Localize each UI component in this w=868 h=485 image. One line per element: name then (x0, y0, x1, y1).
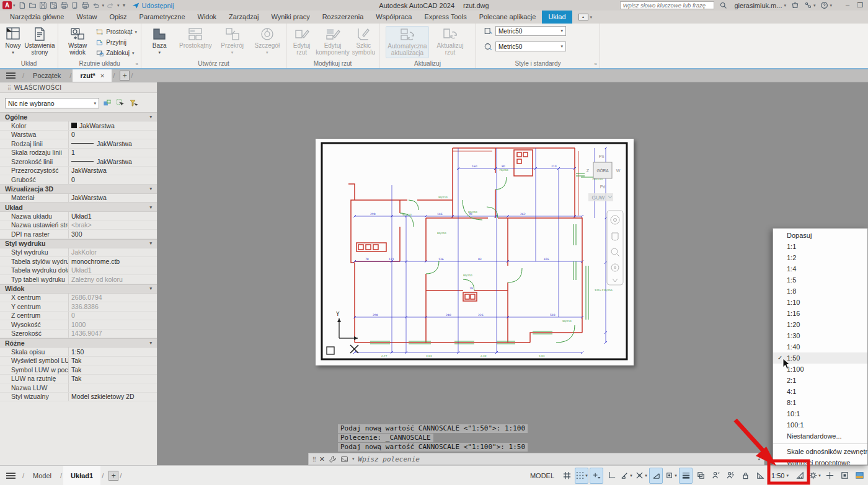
annotation-visibility-icon[interactable] (709, 468, 722, 484)
file-tabs-menu-icon[interactable] (0, 69, 21, 82)
section-collapse-icon[interactable]: ▾ (149, 286, 152, 291)
new-drawing-tab-button[interactable]: + (120, 71, 130, 81)
prop-value[interactable]: Zależny od koloru (68, 275, 157, 284)
ribbon-tab-uk-ad[interactable]: Układ (542, 11, 572, 24)
app-store-icon[interactable] (791, 1, 799, 9)
file-tab-start[interactable]: Początek (25, 69, 68, 82)
open-file-icon[interactable] (29, 1, 37, 9)
edit-view-button[interactable]: Edytuj rzut (290, 26, 313, 58)
prop-value[interactable]: Tak (68, 357, 157, 365)
drawing-canvas[interactable]: 2981469026216080210781211368347629824022… (157, 82, 868, 465)
prop-value[interactable]: Model szkieletowy 2D (68, 393, 157, 401)
connect-icon[interactable] (804, 1, 812, 9)
close-tab-icon[interactable]: × (100, 72, 104, 79)
transfer-icon[interactable] (71, 1, 79, 9)
prop-section-wizualizacja-3d[interactable]: Wizualizacja 3D▾ (0, 185, 157, 194)
symbol-sketch-button[interactable]: Szkic symbolu (352, 26, 375, 58)
polar-tracking-icon[interactable]: ▾ (619, 468, 633, 484)
ribbon-tab-widok[interactable]: Widok (192, 11, 223, 24)
ribbon-tab-parametryczne[interactable]: Parametryczne (133, 11, 192, 24)
scale-menu-item-1-4[interactable]: 1:4 (773, 263, 867, 274)
print-icon[interactable] (81, 1, 89, 9)
panel-launcher-icon[interactable]: » (595, 61, 597, 67)
scale-menu-item-1-10[interactable]: 1:10 (773, 297, 867, 308)
ribbon-tab-polecane-aplikacje[interactable]: Polecane aplikacje (473, 11, 542, 24)
new-layout-button[interactable]: Nowy▾ (4, 26, 22, 58)
layout1-tab[interactable]: Układ1 (63, 466, 100, 485)
scale-menu-item-1-100[interactable]: 1:100 (773, 364, 867, 375)
section-collapse-icon[interactable]: ▾ (149, 186, 152, 191)
prop-value[interactable]: 1 (68, 149, 157, 157)
command-prompt[interactable]: Wpisz polecenie (358, 455, 420, 463)
recent-commands-icon[interactable] (340, 455, 348, 463)
scale-menu-item-1-1[interactable]: 1:1 (773, 241, 867, 252)
prop-value[interactable]: 1:50 (68, 347, 157, 356)
model-space-badge[interactable]: MODEL (530, 472, 554, 479)
command-bar[interactable]: ⣿ ✕ ▾ Wpisz polecenie ▴ (308, 453, 764, 465)
prop-section-og-lne[interactable]: Ogólne▾ (0, 112, 157, 121)
lock-ui-icon[interactable] (738, 468, 752, 484)
redo-caret-icon[interactable]: ▾ (117, 3, 120, 8)
selection-filter-combo[interactable]: Nic nie wybrano▾ (5, 98, 99, 108)
autocad-logo-icon[interactable]: A (2, 1, 12, 9)
scale-menu-item-1-30[interactable]: 1:30 (773, 330, 867, 341)
ribbon-tab-rozszerzenia[interactable]: Rozszerzenia (316, 11, 370, 24)
ribbon-tab-express-tools[interactable]: Express Tools (418, 11, 472, 24)
base-view-button[interactable]: Baza▾ (145, 26, 174, 58)
section-collapse-icon[interactable]: ▾ (149, 115, 152, 120)
scale-menu-item-niestandardowe[interactable]: Niestandardowe... (773, 430, 867, 442)
isodraft-icon[interactable] (649, 468, 663, 484)
model-tab[interactable]: Model (25, 466, 59, 485)
grid-icon[interactable] (560, 468, 574, 484)
prop-section-widok[interactable]: Widok▾ (0, 284, 157, 294)
selection-cycling-icon[interactable] (694, 468, 707, 484)
ribbon-minimize-icon[interactable]: ▴ (578, 14, 588, 20)
prop-value[interactable]: JakWarstwa (68, 167, 157, 175)
palette-grip-icon[interactable]: ⣿ (7, 85, 11, 90)
ribbon-minimize-caret-icon[interactable]: ▾ (590, 15, 593, 20)
prop-section-r-ne[interactable]: Różne▾ (0, 338, 157, 347)
gear-icon[interactable]: ▾ (808, 468, 822, 484)
section-collapse-icon[interactable]: ▾ (149, 241, 152, 246)
properties-palette-header[interactable]: ⣿ WŁAŚCIWOŚCI (0, 82, 157, 93)
insert-view-button[interactable]: Wstaw widok (62, 26, 93, 58)
prop-value[interactable]: 2686.0794 (68, 294, 157, 302)
scale-menu-item-100-1[interactable]: 100:1 (773, 419, 867, 430)
ribbon-tab-opisz[interactable]: Opisz (103, 11, 133, 24)
prop-value[interactable]: Układ1 (68, 212, 157, 221)
prop-value[interactable]: Układ1 (68, 266, 157, 275)
viewport-rectangular-button[interactable]: Prostokąt▾ (95, 28, 137, 36)
search-input[interactable] (620, 1, 714, 9)
ribbon-tab-wyniki-pracy[interactable]: Wyniki pracy (265, 11, 316, 24)
annotation-autoscale-icon[interactable] (724, 468, 737, 484)
select-objects-icon[interactable] (115, 98, 125, 108)
viewport-clip-button[interactable]: Przytnij (95, 38, 137, 46)
update-view-button[interactable]: Aktualizuj rzut (434, 26, 466, 58)
lineweight-icon[interactable] (679, 468, 693, 484)
viewcube-south-label[interactable]: Pd (600, 185, 606, 189)
scale-menu-item-1-5[interactable]: 1:5 (773, 274, 867, 286)
quick-select-icon[interactable] (128, 98, 138, 108)
prop-value[interactable]: 0 (68, 312, 157, 320)
prop-value[interactable]: 300 (68, 230, 157, 238)
ribbon-tab-zarz-dzaj[interactable]: Zarządzaj (223, 11, 265, 24)
viewcube-north-label[interactable]: Pn (599, 154, 604, 159)
maximize-button[interactable]: ❐ (857, 1, 863, 9)
ortho-icon[interactable] (604, 468, 618, 484)
guw-label[interactable]: GUW (592, 194, 605, 201)
ribbon-tab-wstaw[interactable]: Wstaw (70, 11, 103, 24)
scale-menu-item-1-2[interactable]: 1:2 (773, 252, 867, 263)
share-button[interactable]: Udostępnij (132, 2, 174, 9)
projected-view-button[interactable]: Prostokątny (179, 26, 212, 58)
prop-value[interactable]: JakKolor (68, 248, 157, 257)
prop-value[interactable]: JakWarstwa (68, 121, 157, 130)
file-tab-rzut[interactable]: rzut*× (73, 69, 112, 82)
scale-menu-item-warto-ci-procentowe[interactable]: Wartości procentowe (773, 457, 867, 465)
scale-menu-item-1-16[interactable]: 1:16 (773, 308, 867, 319)
panel-launcher-icon[interactable]: » (136, 61, 138, 67)
prop-section-styl-wydruku[interactable]: Styl wydruku▾ (0, 239, 157, 248)
viewcube-top-label[interactable]: GÓRA (596, 168, 609, 173)
undo-caret-icon[interactable]: ▾ (102, 3, 105, 8)
undo-icon[interactable] (92, 1, 100, 9)
minimize-button[interactable]: – (846, 1, 849, 9)
